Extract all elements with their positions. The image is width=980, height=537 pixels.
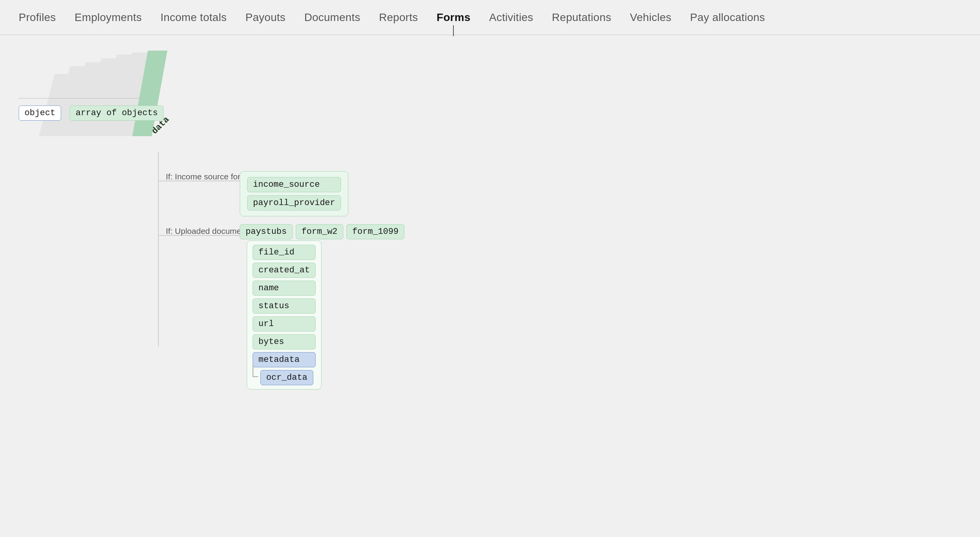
if-uploaded-label: If: Uploaded document <box>166 226 248 236</box>
field-file-id: file_id <box>253 245 316 260</box>
top-nav: Profiles Employments Income totals Payou… <box>0 0 980 35</box>
ocr-hline <box>253 376 258 377</box>
field-bytes: bytes <box>253 334 316 349</box>
doc-fields-box: file_id created_at name status url bytes… <box>247 240 321 390</box>
legend-object: object <box>19 105 61 121</box>
field-income-source: income_source <box>247 177 341 192</box>
nav-reputations[interactable]: Reputations <box>552 11 611 24</box>
main-content: id created_at updated_at template versio… <box>0 35 980 167</box>
field-url: url <box>253 316 316 332</box>
nav-pay-allocations[interactable]: Pay allocations <box>690 11 765 24</box>
field-created-at-doc: created_at <box>253 263 316 278</box>
field-name: name <box>253 281 316 296</box>
nav-documents[interactable]: Documents <box>304 11 360 24</box>
nav-profiles[interactable]: Profiles <box>19 11 56 24</box>
nav-activities[interactable]: Activities <box>489 11 533 24</box>
field-form-w2: form_w2 <box>296 224 343 239</box>
doc-types-row: paystubs form_w2 form_1099 <box>240 224 404 239</box>
field-status: status <box>253 298 316 314</box>
income-source-fields-box: income_source payroll_provider <box>240 171 348 216</box>
nav-forms[interactable]: Forms <box>437 11 471 24</box>
field-metadata: metadata <box>253 352 316 367</box>
nav-vehicles[interactable]: Vehicles <box>630 11 672 24</box>
nav-payouts[interactable]: Payouts <box>245 11 285 24</box>
if-income-label: If: Income source form <box>166 172 247 181</box>
legend-area: object array of objects <box>19 105 163 121</box>
legend-array-of-objects: array of objects <box>70 105 163 121</box>
metadata-connector <box>253 364 253 376</box>
nav-income-totals[interactable]: Income totals <box>160 11 227 24</box>
field-paystubs: paystubs <box>240 224 293 239</box>
nav-employments[interactable]: Employments <box>75 11 142 24</box>
field-ocr-data: ocr_data <box>260 370 313 385</box>
nav-reports[interactable]: Reports <box>379 11 418 24</box>
legend-divider-line: object array of objects <box>19 98 163 121</box>
field-form-1099: form_1099 <box>346 224 404 239</box>
field-payroll-provider: payroll_provider <box>247 195 341 211</box>
